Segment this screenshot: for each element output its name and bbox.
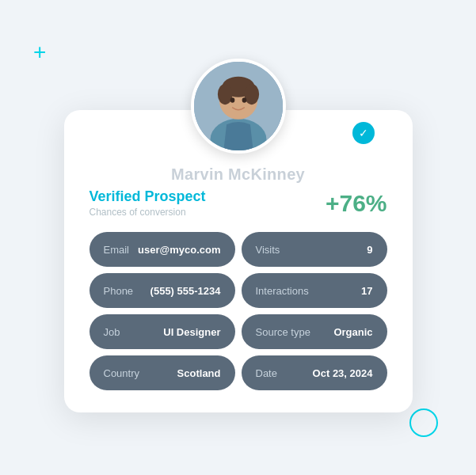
svg-point-7 [242,97,246,103]
verified-label: Verified Prospect [89,188,206,205]
card-wrapper: ✓ Marvin McKinney Verified Prospect Chan… [64,110,413,412]
pill-label: Country [104,367,140,379]
pill-label: Visits [256,244,280,256]
conversion-text: Chances of conversion [89,207,206,218]
info-pill: Interactions17 [242,273,387,308]
pill-label: Job [104,326,120,338]
pill-value: UI Designer [163,326,220,338]
pill-label: Source type [256,326,310,338]
plus-icon: + [33,41,46,63]
info-pill: Emailuser@myco.com [89,232,235,267]
info-pill: DateOct 23, 2024 [242,355,387,390]
status-row: Verified Prospect Chances of conversion … [89,188,387,218]
pill-value: Organic [333,326,372,338]
info-pill: Phone(555) 555-1234 [89,273,235,308]
user-name: Marvin McKinney [89,165,387,184]
pill-value: 17 [361,285,372,297]
info-pill: Visits9 [242,232,387,267]
svg-point-4 [217,84,232,104]
pill-label: Interactions [256,285,309,297]
info-pill: CountryScotland [89,355,235,390]
pill-value: Oct 23, 2024 [313,367,373,379]
status-block: Verified Prospect Chances of conversion [89,188,206,218]
profile-card: ✓ Marvin McKinney Verified Prospect Chan… [64,110,413,412]
conversion-percentage: +76% [326,190,387,217]
verified-badge-icon: ✓ [352,122,375,144]
pill-value: 9 [367,244,372,256]
svg-point-5 [244,84,259,104]
pill-value: user@myco.com [138,244,220,256]
pill-label: Email [104,244,130,256]
pill-label: Phone [104,285,134,297]
pill-value: (555) 555-1234 [150,285,221,297]
avatar [191,59,286,154]
svg-point-6 [230,97,234,103]
circle-decoration [409,408,438,437]
pill-label: Date [256,367,277,379]
pill-value: Scotland [177,367,221,379]
info-grid: Emailuser@myco.comVisits9Phone(555) 555-… [89,232,387,390]
info-pill: Source typeOrganic [242,314,387,349]
checkmark-icon: ✓ [359,127,368,139]
info-pill: JobUI Designer [89,314,235,349]
